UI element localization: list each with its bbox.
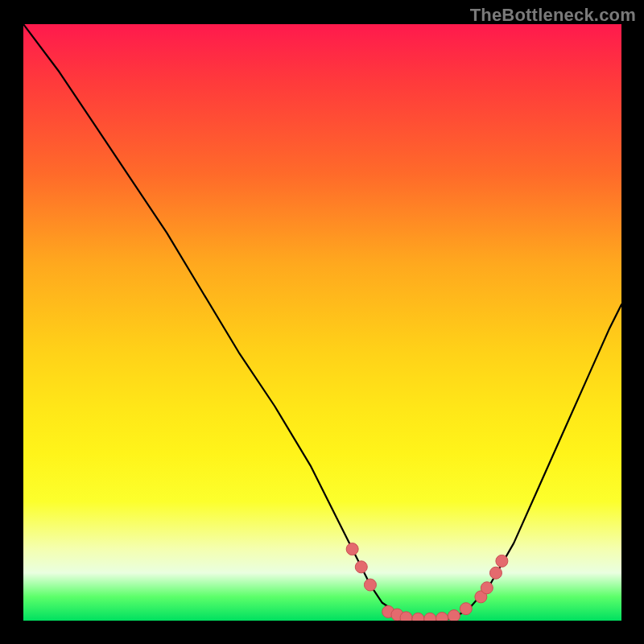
data-point: [448, 610, 460, 621]
data-point: [412, 613, 424, 621]
data-point: [481, 582, 493, 594]
data-point: [355, 561, 367, 573]
plot-overlay: [23, 24, 621, 621]
plot-area: [23, 24, 621, 621]
data-point: [424, 613, 436, 621]
bottleneck-curve: [23, 24, 621, 621]
data-point: [400, 612, 412, 621]
data-point: [346, 543, 358, 555]
data-point: [496, 555, 508, 567]
watermark-text: TheBottleneck.com: [470, 5, 636, 26]
data-point: [489, 567, 502, 579]
data-point: [436, 613, 448, 621]
data-point: [460, 603, 472, 615]
data-point: [364, 579, 376, 591]
curve-data-points: [346, 543, 508, 621]
chart-frame: TheBottleneck.com: [0, 0, 644, 644]
